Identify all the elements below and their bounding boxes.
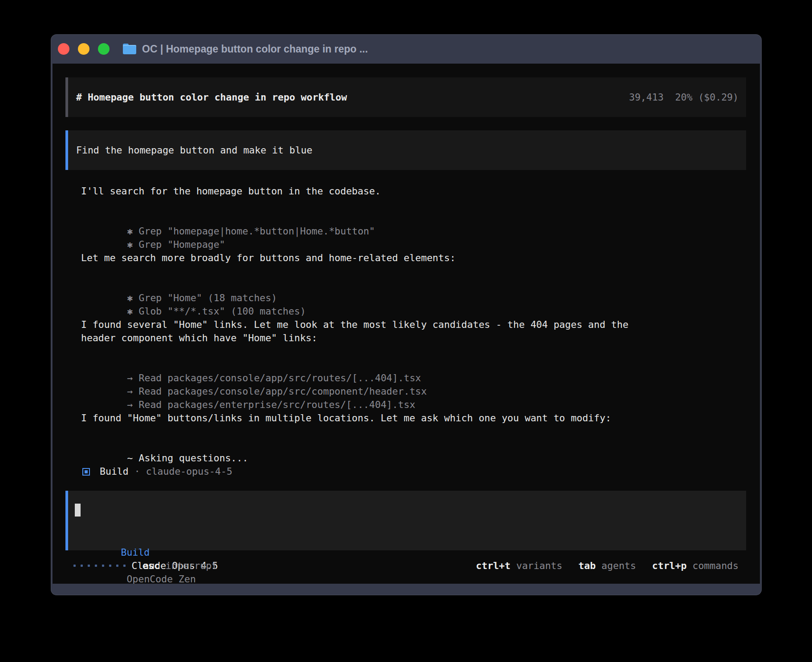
terminal-content: # Homepage button color change in repo w… xyxy=(53,64,760,584)
assistant-text-line: header component which have "Home" links… xyxy=(81,331,746,345)
token-count: 39,413 xyxy=(629,92,664,103)
hint-label: commands xyxy=(692,560,739,571)
agent-mode-label: Build xyxy=(121,547,150,558)
zoom-button[interactable] xyxy=(98,43,110,55)
tool-bullet-icon: ✱ xyxy=(127,226,139,237)
tool-call-line: ✱Grep "homepage|home.*button|Home.*butto… xyxy=(81,211,746,225)
text-cursor xyxy=(75,504,81,517)
read-file-text: Read packages/console/app/src/component/… xyxy=(139,386,427,397)
session-header: # Homepage button color change in repo w… xyxy=(65,77,746,117)
agent-model: claude-opus-4-5 xyxy=(146,465,232,478)
hint-label: agents xyxy=(601,560,636,571)
session-stats: 39,413 20% ($0.29) xyxy=(629,92,739,103)
prompt-input[interactable]: Build Claude Opus 4.5 OpenCode Zen xyxy=(65,491,746,550)
status-bar: esc interrupt ctrl+t variants tab agents… xyxy=(73,559,739,572)
read-file-text: Read packages/console/app/src/routes/[..… xyxy=(139,372,421,383)
status-line: ~Asking questions... xyxy=(81,438,746,452)
tool-call-text: Glob "**/*.tsx" (100 matches) xyxy=(139,306,306,317)
provider-label: OpenCode Zen xyxy=(127,573,196,584)
keyboard-hint: ctrl+p commands xyxy=(652,560,739,571)
working-spinner-icon xyxy=(73,565,126,567)
hint-key: tab xyxy=(578,560,596,571)
assistant-text-line: I found "Home" buttons/links in multiple… xyxy=(81,412,746,425)
tool-bullet-icon: ✱ xyxy=(127,306,139,317)
tool-call-text: Grep "Homepage" xyxy=(139,239,225,250)
hint-key: ctrl+t xyxy=(476,560,511,571)
assistant-text-line: Let me search more broadly for buttons a… xyxy=(81,251,746,265)
assistant-text-line: I'll search for the homepage button in t… xyxy=(81,185,746,198)
tool-bullet-icon: ✱ xyxy=(127,292,139,303)
folder-icon xyxy=(123,44,136,54)
hint-key: ctrl+p xyxy=(652,560,687,571)
read-arrow-icon: → xyxy=(127,372,139,383)
terminal-window: OC | Homepage button color change in rep… xyxy=(51,34,762,595)
status-bar-right: ctrl+t variants tab agents ctrl+p comman… xyxy=(476,560,739,571)
context-usage: 20% ($0.29) xyxy=(675,92,739,103)
input-status-row: Build Claude Opus 4.5 OpenCode Zen xyxy=(75,533,738,546)
separator-dot: · xyxy=(134,465,140,478)
window-title: OC | Homepage button color change in rep… xyxy=(142,43,368,55)
user-message: Find the homepage button and make it blu… xyxy=(65,130,746,170)
status-text: Asking questions... xyxy=(139,452,248,464)
close-button[interactable] xyxy=(58,43,69,55)
read-file-line: →Read packages/console/app/src/routes/[.… xyxy=(81,358,746,371)
build-agent-icon xyxy=(82,468,90,476)
traffic-lights xyxy=(58,43,110,55)
read-file-text: Read packages/enterprise/src/routes/[...… xyxy=(139,399,415,410)
agent-status-row: Build · claude-opus-4-5 xyxy=(81,465,746,478)
assistant-text-line: I found several "Home" links. Let me loo… xyxy=(81,318,746,331)
status-tilde-icon: ~ xyxy=(127,452,139,464)
titlebar[interactable]: OC | Homepage button color change in rep… xyxy=(51,34,762,64)
keyboard-hint: tab agents xyxy=(578,560,636,571)
tool-bullet-icon: ✱ xyxy=(127,239,139,250)
read-arrow-icon: → xyxy=(127,399,139,410)
session-title: # Homepage button color change in repo w… xyxy=(76,92,347,103)
agent-name: Build xyxy=(100,465,129,478)
transcript: I'll search for the homepage button in t… xyxy=(81,185,746,478)
tool-call-text: Grep "Home" (18 matches) xyxy=(139,292,277,303)
tool-call-text: Grep "homepage|home.*button|Home.*button… xyxy=(139,226,375,237)
read-arrow-icon: → xyxy=(127,386,139,397)
tool-call-line: ✱Grep "Home" (18 matches) xyxy=(81,278,746,291)
interrupt-hint-label: interrupt xyxy=(166,560,218,571)
status-bar-left: esc interrupt xyxy=(73,560,217,571)
esc-key-label: esc xyxy=(142,560,160,571)
hint-label: variants xyxy=(516,560,563,571)
user-message-text: Find the homepage button and make it blu… xyxy=(76,145,313,156)
keyboard-hint: ctrl+t variants xyxy=(476,560,562,571)
minimize-button[interactable] xyxy=(78,43,89,55)
